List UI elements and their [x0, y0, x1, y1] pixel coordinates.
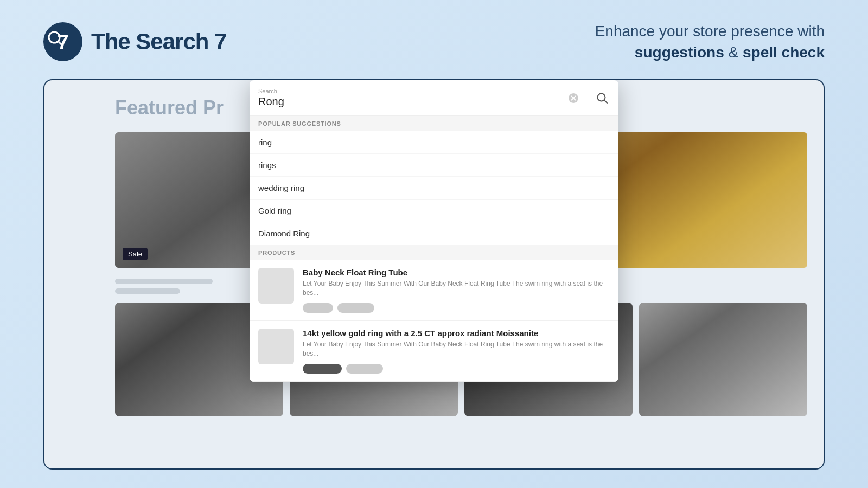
- product-thumb-small-1: [258, 268, 294, 304]
- tagline-connector: &: [724, 44, 743, 61]
- price-skeleton-1: [303, 303, 610, 313]
- clear-icon[interactable]: [566, 91, 581, 106]
- skeleton-line-1: [115, 279, 213, 284]
- product-desc-2: Let Your Baby Enjoy This Summer With Our…: [303, 340, 610, 358]
- search-value[interactable]: Rong: [258, 95, 284, 107]
- price-skeleton-2: [303, 364, 610, 374]
- popular-suggestions-header: POPULAR SUGGESTIONS: [250, 116, 618, 131]
- tagline-line1: Enhance your store presence with: [595, 23, 825, 40]
- skeleton-line-2: [115, 288, 180, 294]
- suggestion-gold-ring[interactable]: Gold ring: [250, 200, 618, 222]
- product-thumb-small-2: [258, 329, 294, 364]
- tagline-bold2: spell check: [743, 44, 825, 61]
- suggestion-wedding-ring[interactable]: wedding ring: [250, 177, 618, 200]
- browser-window: Featured Pr Sale: [43, 79, 825, 470]
- app-title: The Search 7: [91, 29, 226, 55]
- product-info-1: Baby Neck Float Ring Tube Let Your Baby …: [303, 268, 610, 313]
- header: 7 The Search 7 Enhance your store presen…: [0, 0, 868, 79]
- price-bar-light2-1: [337, 303, 374, 313]
- tagline-bold1: suggestions: [635, 44, 724, 61]
- price-bar-light-1: [303, 303, 333, 313]
- suggestion-ring[interactable]: ring: [250, 131, 618, 154]
- product-result-1[interactable]: Baby Neck Float Ring Tube Let Your Baby …: [250, 260, 618, 321]
- product-title-2: 14kt yellow gold ring with a 2.5 CT appr…: [303, 329, 610, 338]
- price-bar-dark-2: [303, 364, 342, 374]
- search-label-input: Search Rong: [258, 88, 561, 108]
- search-input-row: Search Rong: [250, 80, 618, 116]
- svg-line-8: [604, 100, 608, 103]
- search-dropdown[interactable]: Search Rong: [250, 80, 618, 381]
- search-submit-icon[interactable]: [595, 91, 610, 106]
- search-label: Search: [258, 88, 561, 94]
- suggestion-rings[interactable]: rings: [250, 154, 618, 177]
- product-desc-1: Let Your Baby Enjoy This Summer With Our…: [303, 279, 610, 298]
- logo-area: 7 The Search 7: [43, 22, 226, 61]
- products-header: PRODUCTS: [250, 245, 618, 260]
- icon-divider: [588, 92, 588, 105]
- product-title-1: Baby Neck Float Ring Tube: [303, 268, 610, 277]
- thumb-ring-4: [639, 303, 807, 416]
- price-bar-light2-2: [346, 364, 383, 374]
- sale-badge: Sale: [123, 248, 148, 260]
- product-info-2: 14kt yellow gold ring with a 2.5 CT appr…: [303, 329, 610, 374]
- product-thumb-4: [639, 303, 807, 416]
- suggestion-diamond-ring[interactable]: Diamond Ring: [250, 222, 618, 245]
- logo-icon: 7: [43, 22, 82, 61]
- search-icons: [566, 91, 610, 106]
- product-result-2[interactable]: 14kt yellow gold ring with a 2.5 CT appr…: [250, 321, 618, 382]
- tagline: Enhance your store presence with suggest…: [595, 21, 825, 63]
- browser-inner: Featured Pr Sale: [44, 80, 824, 468]
